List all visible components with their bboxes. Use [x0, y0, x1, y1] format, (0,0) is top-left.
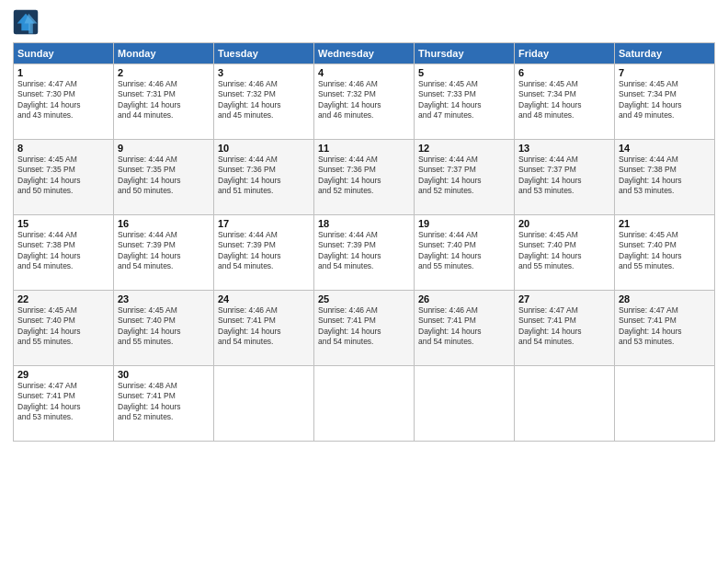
day-number: 18 [318, 218, 410, 229]
day-info: Sunrise: 4:44 AM Sunset: 7:39 PM Dayligh… [118, 230, 210, 272]
day-info: Sunrise: 4:45 AM Sunset: 7:40 PM Dayligh… [518, 230, 610, 272]
day-info: Sunrise: 4:48 AM Sunset: 7:41 PM Dayligh… [118, 381, 210, 423]
calendar-cell: 22Sunrise: 4:45 AM Sunset: 7:40 PM Dayli… [14, 291, 114, 366]
day-number: 19 [418, 218, 510, 229]
day-number: 26 [418, 293, 510, 304]
calendar-cell [515, 366, 615, 442]
day-number: 21 [619, 218, 711, 229]
day-info: Sunrise: 4:44 AM Sunset: 7:39 PM Dayligh… [218, 230, 310, 272]
day-info: Sunrise: 4:47 AM Sunset: 7:41 PM Dayligh… [518, 305, 610, 348]
day-info: Sunrise: 4:46 AM Sunset: 7:41 PM Dayligh… [218, 305, 310, 348]
col-header-friday: Friday [515, 43, 615, 64]
calendar-cell: 25Sunrise: 4:46 AM Sunset: 7:41 PM Dayli… [314, 291, 415, 366]
day-number: 2 [118, 67, 210, 78]
calendar-cell: 30Sunrise: 4:48 AM Sunset: 7:41 PM Dayli… [114, 366, 214, 442]
calendar-cell: 29Sunrise: 4:47 AM Sunset: 7:41 PM Dayli… [14, 366, 114, 442]
day-number: 15 [17, 218, 109, 229]
day-info: Sunrise: 4:45 AM Sunset: 7:34 PM Dayligh… [518, 79, 610, 121]
day-number: 8 [17, 143, 109, 154]
calendar-cell: 20Sunrise: 4:45 AM Sunset: 7:40 PM Dayli… [515, 215, 615, 291]
calendar-cell: 1Sunrise: 4:47 AM Sunset: 7:30 PM Daylig… [14, 64, 114, 140]
day-number: 23 [118, 293, 210, 304]
day-number: 9 [118, 143, 210, 154]
calendar-cell: 10Sunrise: 4:44 AM Sunset: 7:36 PM Dayli… [214, 140, 314, 215]
calendar-cell: 11Sunrise: 4:44 AM Sunset: 7:36 PM Dayli… [314, 140, 415, 215]
calendar-table: SundayMondayTuesdayWednesdayThursdayFrid… [13, 42, 715, 442]
day-info: Sunrise: 4:45 AM Sunset: 7:34 PM Dayligh… [619, 79, 711, 121]
calendar-cell: 14Sunrise: 4:44 AM Sunset: 7:38 PM Dayli… [615, 140, 715, 215]
calendar-cell: 18Sunrise: 4:44 AM Sunset: 7:39 PM Dayli… [314, 215, 415, 291]
day-number: 25 [318, 293, 410, 304]
day-number: 29 [17, 369, 109, 380]
calendar-cell: 9Sunrise: 4:44 AM Sunset: 7:35 PM Daylig… [114, 140, 214, 215]
day-info: Sunrise: 4:44 AM Sunset: 7:39 PM Dayligh… [318, 230, 410, 272]
day-number: 30 [118, 369, 210, 380]
logo-icon [13, 9, 39, 35]
day-info: Sunrise: 4:44 AM Sunset: 7:36 PM Dayligh… [318, 155, 410, 197]
day-info: Sunrise: 4:44 AM Sunset: 7:40 PM Dayligh… [418, 230, 510, 272]
col-header-tuesday: Tuesday [214, 43, 314, 64]
col-header-saturday: Saturday [615, 43, 715, 64]
calendar-cell: 8Sunrise: 4:45 AM Sunset: 7:35 PM Daylig… [14, 140, 114, 215]
calendar-cell: 13Sunrise: 4:44 AM Sunset: 7:37 PM Dayli… [515, 140, 615, 215]
day-info: Sunrise: 4:44 AM Sunset: 7:37 PM Dayligh… [418, 155, 510, 197]
calendar-cell: 27Sunrise: 4:47 AM Sunset: 7:41 PM Dayli… [515, 291, 615, 366]
day-info: Sunrise: 4:47 AM Sunset: 7:30 PM Dayligh… [17, 79, 109, 121]
calendar-cell [615, 366, 715, 442]
day-number: 14 [619, 143, 711, 154]
day-number: 11 [318, 143, 410, 154]
calendar-cell: 28Sunrise: 4:47 AM Sunset: 7:41 PM Dayli… [615, 291, 715, 366]
day-number: 5 [418, 67, 510, 78]
day-number: 17 [218, 218, 310, 229]
day-number: 7 [619, 67, 711, 78]
day-number: 27 [518, 293, 610, 304]
day-number: 20 [518, 218, 610, 229]
header [13, 9, 715, 35]
calendar-cell: 5Sunrise: 4:45 AM Sunset: 7:33 PM Daylig… [415, 64, 515, 140]
calendar-cell: 12Sunrise: 4:44 AM Sunset: 7:37 PM Dayli… [415, 140, 515, 215]
calendar-cell: 6Sunrise: 4:45 AM Sunset: 7:34 PM Daylig… [515, 64, 615, 140]
calendar-cell: 3Sunrise: 4:46 AM Sunset: 7:32 PM Daylig… [214, 64, 314, 140]
day-info: Sunrise: 4:45 AM Sunset: 7:40 PM Dayligh… [619, 230, 711, 272]
page: SundayMondayTuesdayWednesdayThursdayFrid… [0, 0, 728, 563]
calendar-cell: 2Sunrise: 4:46 AM Sunset: 7:31 PM Daylig… [114, 64, 214, 140]
day-info: Sunrise: 4:47 AM Sunset: 7:41 PM Dayligh… [17, 381, 109, 423]
day-number: 3 [218, 67, 310, 78]
day-number: 12 [418, 143, 510, 154]
day-info: Sunrise: 4:46 AM Sunset: 7:32 PM Dayligh… [318, 79, 410, 121]
day-number: 28 [619, 293, 711, 304]
logo [13, 9, 42, 35]
day-number: 6 [518, 67, 610, 78]
day-info: Sunrise: 4:45 AM Sunset: 7:40 PM Dayligh… [118, 305, 210, 348]
day-info: Sunrise: 4:44 AM Sunset: 7:35 PM Dayligh… [118, 155, 210, 197]
day-info: Sunrise: 4:47 AM Sunset: 7:41 PM Dayligh… [619, 305, 711, 348]
calendar-cell: 17Sunrise: 4:44 AM Sunset: 7:39 PM Dayli… [214, 215, 314, 291]
calendar-cell [214, 366, 314, 442]
day-info: Sunrise: 4:44 AM Sunset: 7:36 PM Dayligh… [218, 155, 310, 197]
day-info: Sunrise: 4:46 AM Sunset: 7:32 PM Dayligh… [218, 79, 310, 121]
col-header-monday: Monday [114, 43, 214, 64]
day-info: Sunrise: 4:46 AM Sunset: 7:41 PM Dayligh… [418, 305, 510, 348]
calendar-cell: 24Sunrise: 4:46 AM Sunset: 7:41 PM Dayli… [214, 291, 314, 366]
calendar-cell: 26Sunrise: 4:46 AM Sunset: 7:41 PM Dayli… [415, 291, 515, 366]
calendar-cell: 16Sunrise: 4:44 AM Sunset: 7:39 PM Dayli… [114, 215, 214, 291]
day-info: Sunrise: 4:46 AM Sunset: 7:31 PM Dayligh… [118, 79, 210, 121]
calendar-cell: 4Sunrise: 4:46 AM Sunset: 7:32 PM Daylig… [314, 64, 415, 140]
col-header-thursday: Thursday [415, 43, 515, 64]
day-info: Sunrise: 4:46 AM Sunset: 7:41 PM Dayligh… [318, 305, 410, 348]
day-info: Sunrise: 4:44 AM Sunset: 7:38 PM Dayligh… [619, 155, 711, 197]
calendar-cell [415, 366, 515, 442]
day-number: 4 [318, 67, 410, 78]
day-number: 10 [218, 143, 310, 154]
day-info: Sunrise: 4:45 AM Sunset: 7:33 PM Dayligh… [418, 79, 510, 121]
calendar-cell: 7Sunrise: 4:45 AM Sunset: 7:34 PM Daylig… [615, 64, 715, 140]
day-info: Sunrise: 4:44 AM Sunset: 7:37 PM Dayligh… [518, 155, 610, 197]
calendar-cell: 23Sunrise: 4:45 AM Sunset: 7:40 PM Dayli… [114, 291, 214, 366]
calendar-cell: 19Sunrise: 4:44 AM Sunset: 7:40 PM Dayli… [415, 215, 515, 291]
calendar-cell [314, 366, 415, 442]
day-number: 16 [118, 218, 210, 229]
day-number: 22 [17, 293, 109, 304]
day-info: Sunrise: 4:44 AM Sunset: 7:38 PM Dayligh… [17, 230, 109, 272]
day-info: Sunrise: 4:45 AM Sunset: 7:40 PM Dayligh… [17, 305, 109, 348]
day-number: 13 [518, 143, 610, 154]
